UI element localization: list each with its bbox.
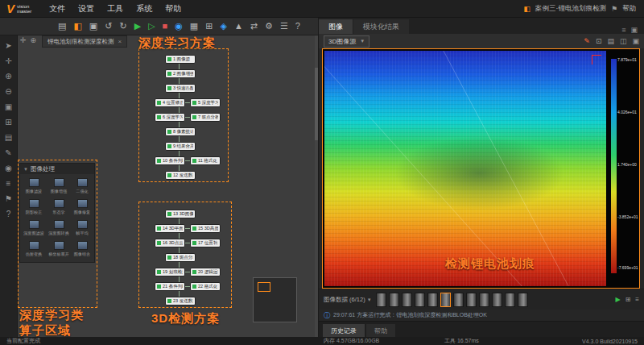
fullscreen-icon[interactable]: ▣ (632, 37, 639, 45)
list-icon[interactable]: ≡ (6, 180, 11, 188)
flow-node[interactable]: 1 图像源 (165, 55, 196, 64)
operator-item[interactable]: 帧平均 (72, 218, 93, 239)
flow-node[interactable]: 5 深度学习训练 (190, 98, 221, 107)
help-link[interactable]: 帮助 (622, 4, 636, 14)
thumbnail[interactable] (389, 293, 399, 307)
operator-item[interactable]: 图像滤波 (22, 177, 46, 197)
edit-icon[interactable]: ✎ (5, 149, 11, 157)
flow-node[interactable]: 4 位置修正 (155, 98, 185, 107)
operator-item[interactable]: 阴影校正 (22, 197, 46, 218)
flow-node[interactable]: 10 条件判断 (155, 156, 185, 165)
grid-view-icon[interactable]: ⊞ (625, 296, 631, 303)
flow-node[interactable]: 17 位置补正 (190, 239, 221, 247)
flag-icon[interactable]: ⚑ (5, 195, 12, 203)
menu-help[interactable]: 帮助 (165, 3, 181, 15)
zoom-in-icon[interactable]: ⊕ (5, 73, 11, 81)
select-icon[interactable]: ➤ (5, 42, 11, 50)
menu-icon[interactable]: ≡ (621, 26, 625, 34)
tab-history[interactable]: 历史记录 (323, 324, 365, 337)
flow-node[interactable]: 20 逻辑运算 (190, 268, 221, 276)
save-icon[interactable]: ▣ (89, 22, 97, 31)
minimap-viewport-rect[interactable] (258, 282, 270, 292)
operator-item[interactable]: 图像组合 (72, 239, 93, 260)
tab-image[interactable]: 图像 (319, 19, 353, 34)
settings-icon[interactable]: ⚙ (265, 22, 273, 31)
operator-item[interactable]: 二值化 (72, 177, 93, 197)
play-icon[interactable]: ▶ (615, 296, 620, 303)
solution-tab[interactable]: 锂电池划痕检测深度检测 × (42, 35, 127, 48)
bell-icon[interactable]: ⚑ (611, 5, 617, 13)
flow-node[interactable]: 2 图像增强 (165, 69, 196, 78)
fit-icon[interactable]: ⊡ (596, 37, 602, 45)
3d-heightmap-image[interactable] (324, 51, 606, 286)
image-data-label[interactable]: 图像数据 (6/12) ▼ (324, 296, 372, 304)
camera-icon[interactable]: ◉ (175, 22, 183, 31)
flow-node[interactable]: 16 3D点云裁剪 (155, 239, 185, 247)
project-name[interactable]: 案例三·锂电池划痕检测 (535, 4, 606, 14)
flow-node[interactable]: 18 斑点分析 (165, 253, 196, 262)
flow-node[interactable]: 9 结果合并 (165, 142, 196, 151)
help-icon[interactable]: ? (6, 210, 11, 218)
layers-icon[interactable]: ▤ (607, 37, 614, 45)
flow-node[interactable]: 12 发送数据 (165, 171, 196, 180)
run-icon[interactable]: ▶ (134, 22, 141, 31)
compare-icon[interactable]: ◫ (620, 37, 627, 45)
redo-icon[interactable]: ↻ (119, 22, 126, 31)
flow-canvas[interactable]: ✛ ⊕ 锂电池划痕检测深度检测 × 深度学习方案 3D检测方案 深度学习类 算子… (18, 35, 318, 337)
flow-node[interactable]: 15 3D高度测量 (190, 224, 221, 233)
fit-view-icon[interactable]: ▣ (5, 103, 12, 111)
flow-node[interactable]: 23 发送数据 (165, 297, 196, 306)
list-view-icon[interactable]: ≡ (635, 296, 639, 303)
flow-node[interactable]: 19 划痕检测 (155, 268, 185, 276)
thumbnail[interactable] (492, 293, 502, 307)
operator-item[interactable]: 深度图滤波 (22, 218, 46, 239)
layout-icon[interactable]: ☰ (280, 22, 288, 31)
new-file-icon[interactable]: ▤ (58, 22, 66, 31)
thumbnail-selected[interactable] (440, 293, 451, 307)
help-icon[interactable]: ? (295, 22, 300, 31)
menu-settings[interactable]: 设置 (78, 3, 94, 15)
thumbnail[interactable] (415, 293, 425, 307)
menu-file[interactable]: 文件 (49, 3, 65, 15)
target-icon[interactable]: ◉ (5, 164, 12, 172)
detach-icon[interactable]: ▣ (630, 26, 638, 34)
operator-item[interactable]: 仿射变换 (22, 239, 46, 260)
thumbnail[interactable] (466, 293, 477, 307)
undo-icon[interactable]: ↺ (105, 22, 112, 31)
operator-item[interactable]: 极坐标展开 (47, 239, 71, 260)
flow-node[interactable]: 7 斑点分析 (190, 113, 221, 122)
tab-module-result[interactable]: 模块化结果 (353, 19, 409, 34)
run-once-icon[interactable]: ▷ (148, 22, 155, 31)
flow-node[interactable]: 21 条件判断 (155, 282, 185, 291)
3d-view-icon[interactable]: ◈ (220, 22, 226, 31)
pan-icon[interactable]: ✛ (5, 57, 11, 65)
operator-item[interactable]: 图像修复 (72, 197, 93, 218)
flow-node[interactable]: 3 快速匹配 (165, 84, 196, 93)
thumbnail[interactable] (518, 293, 528, 307)
open-folder-icon[interactable]: ◧ (73, 22, 81, 31)
module-icon[interactable]: ⊞ (205, 22, 213, 31)
menu-tools[interactable]: 工具 (107, 3, 123, 15)
grid-icon[interactable]: ⊞ (5, 118, 11, 127)
close-icon[interactable]: × (118, 38, 122, 45)
flow-node[interactable]: 6 深度学习分割 (155, 113, 185, 122)
image-viewport[interactable]: 7.879e+01 4.026e+01 1.740e+00 -3.852e+01… (322, 48, 640, 289)
layers-icon[interactable]: ▤ (5, 134, 12, 142)
flow-node[interactable]: 8 像素统计 (165, 127, 196, 136)
thumbnail[interactable] (505, 293, 515, 307)
thumbnail[interactable] (453, 293, 464, 307)
operator-item[interactable]: 深度图转换 (47, 218, 71, 239)
flow-node[interactable]: 11 格式化 (190, 156, 221, 165)
operator-panel-header[interactable]: ▼ 图像处理 (20, 164, 94, 174)
io-icon[interactable]: ⇄ (250, 22, 258, 31)
chart-icon[interactable]: ▲ (234, 22, 243, 31)
zoom-out-icon[interactable]: ⊖ (5, 88, 11, 96)
thumbnail[interactable] (376, 293, 386, 307)
image-source-select[interactable]: 3D图像源 ▼ (324, 35, 369, 48)
operator-item[interactable]: 图像增强 (47, 177, 71, 197)
stop-icon[interactable]: ■ (163, 22, 168, 31)
flow-node[interactable]: 13 3D图像源 (165, 210, 196, 218)
thumbnail[interactable] (427, 293, 438, 307)
thumbnail[interactable] (479, 293, 489, 307)
flow-node[interactable]: 22 格式化 (190, 282, 221, 291)
